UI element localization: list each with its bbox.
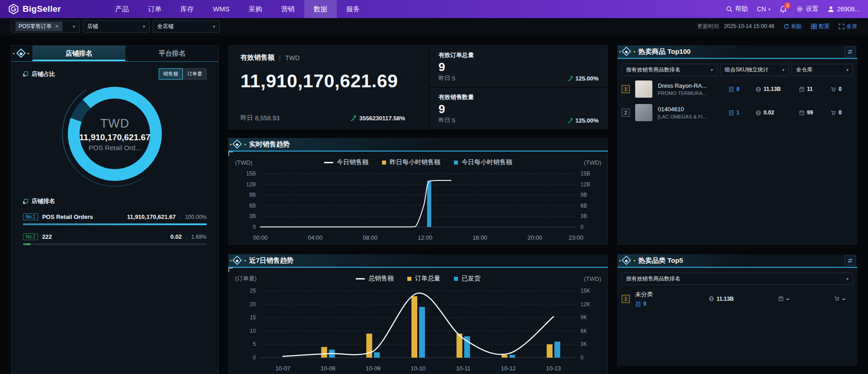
nav-item-inventory[interactable]: 库存 <box>171 0 203 18</box>
help-link[interactable]: 帮助 <box>726 5 748 13</box>
product-subtitle: PROMO TERMURA... <box>658 90 726 96</box>
sold-count: 1 <box>736 109 740 116</box>
svg-text:6B: 6B <box>249 203 256 209</box>
legend-today-sales[interactable]: 今日销售额 <box>324 158 368 166</box>
square-marker <box>454 277 458 281</box>
svg-text:04:00: 04:00 <box>308 234 322 241</box>
legend-label: 已发货 <box>462 275 481 283</box>
cart-icon <box>830 110 836 116</box>
shop-ranking-body: 店铺占比 销售额 订单量 TWD 11,910,170,621.67 POS R… <box>11 62 218 374</box>
chevron-down-icon: ▾ <box>768 7 770 12</box>
product-row-1[interactable]: 1 Dress Rayon-RA... PROMO TERMURA... 8 <box>622 79 853 99</box>
legend-today-hourly[interactable]: 今日每小时销售额 <box>454 158 512 166</box>
nav-item-orders[interactable]: 订单 <box>138 0 171 18</box>
donut-shop-name: POS Retail Ord... <box>89 144 141 151</box>
nav-item-data[interactable]: 数据 <box>304 0 337 18</box>
nav-item-marketing[interactable]: 营销 <box>272 0 304 18</box>
nav-item-wms[interactable]: WMS <box>203 0 239 18</box>
diamond-icon <box>622 47 631 56</box>
stock-stat: 11 <box>799 86 829 92</box>
shop-rank-line: No.1 POS Retail Orders 11,910,170,621.67… <box>23 213 207 220</box>
select-value: 组合SKU独立统计 <box>725 66 769 74</box>
accent-dot <box>230 144 231 145</box>
notifications-button[interactable]: 3 <box>779 5 787 13</box>
divider: | <box>186 234 187 240</box>
nav-item-purchase[interactable]: 采购 <box>239 0 272 18</box>
top-products-body: 按有效销售商品数排名 ▾ 组合SKU独立统计 ▾ 全仓库 ▾ 1 Dress R… <box>618 59 857 245</box>
configure-label: 配置 <box>819 23 830 30</box>
realtime-trend-header: 实时销售趋势 <box>228 138 608 151</box>
diamond-icon <box>232 256 242 265</box>
svg-text:0: 0 <box>253 224 256 230</box>
nav-item-services[interactable]: 服务 <box>337 0 369 18</box>
shop-share-donut[interactable]: TWD 11,910,170,621.67 POS Retail Ord... <box>68 87 162 181</box>
shop-value: 11,910,170,621.67 <box>127 213 176 220</box>
realtime-legend: 今日销售额 昨日每小时销售额 今日每小时销售额 <box>267 158 570 166</box>
settings-button[interactable]: 设置 <box>796 5 818 13</box>
remove-tag-icon[interactable]: ✕ <box>55 24 59 29</box>
svg-text:10-13: 10-13 <box>546 365 561 372</box>
svg-text:00:00: 00:00 <box>253 234 268 241</box>
kpi-orders-value: 9 <box>439 60 599 74</box>
warehouse-select[interactable]: 全仓库 ▾ <box>792 64 853 76</box>
svg-text:10-11: 10-11 <box>456 365 471 372</box>
line-marker <box>356 278 365 279</box>
accent-dot <box>619 260 621 261</box>
refresh-icon <box>783 24 789 29</box>
nav-item-products[interactable]: 产品 <box>106 0 138 18</box>
swap-view-button[interactable] <box>844 256 855 265</box>
brand[interactable]: BigSeller <box>8 4 94 14</box>
language-select[interactable]: CN ▾ <box>757 5 770 13</box>
configure-button[interactable]: 配置 <box>811 23 830 30</box>
accent-dot <box>245 144 246 145</box>
svg-text:20:00: 20:00 <box>528 234 542 241</box>
kpi-quantity: 有效销售数量 9 昨日 5 125.00% <box>429 87 608 129</box>
bigseller-logo-icon <box>8 4 19 14</box>
legend-yesterday-hourly[interactable]: 昨日每小时销售额 <box>382 158 440 166</box>
shop-rank-line: No.2 222 0.02 | 1.68% <box>23 233 207 240</box>
weekly-trend-chart: 0053K106K159K2012K2515K10-0710-0810-0910… <box>235 285 601 374</box>
yesterday-label: 昨日 <box>439 74 450 82</box>
product-rank-metric-select[interactable]: 按有效销售商品数排名 ▾ <box>622 64 717 76</box>
shipped-count: – <box>842 296 845 302</box>
ranking-tabs: 店铺排名 平台排名 <box>11 46 218 62</box>
legend-total-orders[interactable]: 订单总量 <box>407 275 440 283</box>
toggle-order-count[interactable]: 订单量 <box>183 68 207 80</box>
kpi-side: 有效订单总量 9 昨日 5 125.00% <box>429 46 608 129</box>
order-type-select[interactable]: POS零售订单 ✕ ▾ <box>11 20 80 33</box>
brand-name: BigSeller <box>23 4 61 14</box>
chevron-down-icon: ▾ <box>842 67 849 72</box>
sales-amount: 0.02 <box>764 109 774 116</box>
weekly-legend: 总销售额 订单总量 已发货 <box>267 275 570 283</box>
left-axis-unit: (TWD) <box>235 159 267 166</box>
category-row-1[interactable]: 1 未分类 9 11.13B <box>622 290 853 307</box>
user-menu[interactable]: 26908... <box>827 5 860 13</box>
legend-shipped[interactable]: 已发货 <box>454 275 481 283</box>
tab-platform-ranking[interactable]: 平台排名 <box>125 46 218 61</box>
top-nav: BigSeller 产品 订单 库存 WMS 采购 营销 数据 服务 帮助 CN… <box>0 0 868 18</box>
search-icon <box>726 6 733 13</box>
shop-rank-title-label: 店铺排名 <box>32 197 55 205</box>
legend-total-sales[interactable]: 总销售额 <box>356 275 394 283</box>
svg-text:08:00: 08:00 <box>363 234 377 241</box>
product-row-2[interactable]: 2 01404610 [LAC OMEGAS & FI... 1 0.0 <box>622 102 853 123</box>
stock-count: – <box>786 296 789 302</box>
shop-select[interactable]: 店铺 ▾ <box>83 20 150 33</box>
swap-view-button[interactable] <box>844 47 855 57</box>
svg-text:10-07: 10-07 <box>275 365 290 372</box>
order-type-tag[interactable]: POS零售订单 ✕ <box>15 22 62 31</box>
progress-track <box>23 223 207 225</box>
refresh-button[interactable]: 刷新 <box>783 23 802 30</box>
square-marker <box>382 161 386 165</box>
shop-percent: 100.00% <box>185 214 207 220</box>
tab-shop-ranking[interactable]: 店铺排名 <box>32 46 125 61</box>
product-names: Dress Rayon-RA... PROMO TERMURA... <box>658 82 726 96</box>
fullscreen-button[interactable]: 全屏 <box>839 23 857 30</box>
toggle-sales-amount[interactable]: 销售额 <box>159 68 183 80</box>
product-subtitle: [LAC OMEGAS & FI... <box>658 114 726 119</box>
svg-text:10-10: 10-10 <box>410 365 425 372</box>
sku-statistic-select[interactable]: 组合SKU独立统计 ▾ <box>720 64 789 76</box>
realtime-chart-top: (TWD) 今日销售额 昨日每小时销售额 今日每小时销售额 (TW <box>235 156 601 169</box>
category-rank-metric-select[interactable]: 按有效销售商品数排名 ▾ <box>622 273 853 285</box>
shop-group-select[interactable]: 全店铺 ▾ <box>153 20 220 33</box>
